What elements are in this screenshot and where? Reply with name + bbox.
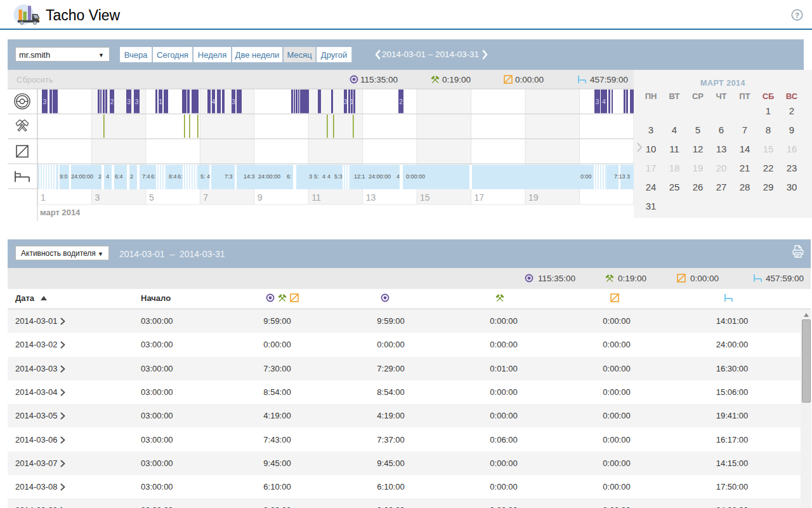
svg-text:5: 5 [149,192,154,203]
svg-text:7:13: 7:13 [614,173,625,180]
svg-text:4: 4 [212,98,216,105]
svg-text:5:: 5: [314,173,319,180]
svg-text:5:: 5: [200,173,206,180]
svg-text:24:00:00: 24:00:00 [71,173,93,180]
svg-text:0:19:00: 0:19:00 [442,75,471,84]
svg-text:7:3: 7:3 [225,173,233,180]
svg-text:3: 3 [43,98,47,105]
svg-text:8:4: 8:4 [169,173,177,180]
svg-text:март 2014: март 2014 [40,208,81,217]
svg-text:3: 3 [127,98,131,105]
svg-text:457:59:00: 457:59:00 [766,274,804,283]
svg-text:9: 9 [258,192,263,203]
svg-text:0:00: 0:00 [580,173,592,180]
svg-text:7: 7 [203,192,208,203]
svg-text:24:00:00: 24:00:00 [258,173,280,180]
svg-text:13: 13 [366,192,376,203]
svg-text:14:3: 14:3 [244,173,255,180]
svg-text:115:35:00: 115:35:00 [360,75,398,84]
svg-text:11: 11 [311,192,321,203]
svg-text:2: 2 [399,98,403,105]
svg-text:3: 3 [135,98,139,105]
svg-text:5:3: 5:3 [334,173,343,180]
svg-text:?: ? [795,11,799,19]
svg-text:12:1: 12:1 [354,173,365,180]
svg-text:3: 3 [627,173,630,180]
svg-text:Сбросить: Сбросить [16,75,53,84]
svg-text:17: 17 [475,192,485,203]
svg-text:6:: 6: [287,173,292,180]
svg-text:19: 19 [528,192,539,203]
svg-text:2: 2 [98,173,102,180]
svg-text:3: 3 [309,173,312,180]
svg-text:115:35:00: 115:35:00 [538,274,575,283]
svg-text:457:59:00: 457:59:00 [590,75,628,84]
svg-text:4: 4 [396,173,400,180]
svg-text:4: 4 [602,98,606,105]
svg-text:6:4: 6:4 [115,173,123,180]
svg-text:4: 4 [327,173,331,180]
svg-text:0:19:00: 0:19:00 [618,274,646,283]
svg-text:7:4: 7:4 [142,173,150,180]
svg-text:1: 1 [350,98,354,105]
svg-text:24:00:00: 24:00:00 [369,173,391,180]
svg-text:15: 15 [420,192,430,203]
svg-text:3: 3 [232,98,235,105]
svg-text:0:00:00: 0:00:00 [690,274,719,283]
svg-text:4: 4 [207,173,210,180]
svg-text:3: 3 [344,98,348,105]
svg-text:2: 2 [130,173,133,180]
svg-text:3: 3 [596,98,599,105]
svg-text:3: 3 [95,192,100,203]
svg-text:9:0: 9:0 [60,173,68,180]
svg-text:6:: 6: [151,173,156,180]
svg-text:2: 2 [110,98,114,105]
svg-text:6:: 6: [178,173,183,180]
svg-text:4: 4 [322,173,325,180]
svg-text:0:00:00: 0:00:00 [515,75,544,84]
svg-text:1: 1 [41,192,46,203]
svg-text:1: 1 [159,98,162,105]
svg-text:0:00:00: 0:00:00 [406,173,425,180]
svg-text:4: 4 [106,173,109,180]
